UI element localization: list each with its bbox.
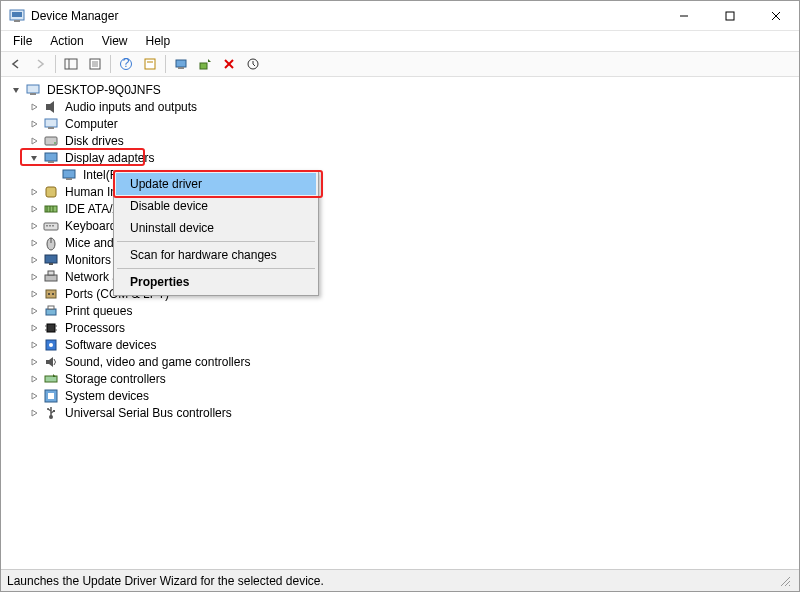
tree-item-label: Storage controllers <box>63 372 168 386</box>
svg-rect-7 <box>65 59 77 69</box>
tree-item[interactable]: Universal Serial Bus controllers <box>5 404 799 421</box>
chevron-right-icon[interactable] <box>27 270 41 284</box>
context-menu-separator <box>117 268 315 269</box>
svg-rect-18 <box>178 67 184 69</box>
svg-rect-45 <box>45 255 57 263</box>
computer-icon <box>25 82 41 98</box>
chevron-right-icon[interactable] <box>27 253 41 267</box>
tree-item-label: Computer <box>63 117 120 131</box>
tree-item[interactable]: Storage controllers <box>5 370 799 387</box>
toolbar: ? <box>1 51 799 77</box>
chevron-right-icon[interactable] <box>27 236 41 250</box>
uninstall-button[interactable] <box>218 53 240 75</box>
tree-root-label: DESKTOP-9Q0JNFS <box>45 83 163 97</box>
menu-file[interactable]: File <box>5 32 40 50</box>
svg-rect-4 <box>726 12 734 20</box>
menu-view[interactable]: View <box>94 32 136 50</box>
tree-item[interactable]: Display adapters <box>5 149 799 166</box>
system-icon <box>43 388 59 404</box>
chevron-right-icon[interactable] <box>27 117 41 131</box>
forward-button[interactable] <box>29 53 51 75</box>
svg-rect-24 <box>30 93 36 95</box>
properties-button[interactable] <box>84 53 106 75</box>
svg-rect-17 <box>176 60 186 67</box>
computer-icon <box>43 116 59 132</box>
chevron-right-icon[interactable] <box>27 355 41 369</box>
context-menu-item[interactable]: Update driver <box>116 173 316 195</box>
svg-text:?: ? <box>123 57 130 70</box>
help-button[interactable]: ? <box>115 53 137 75</box>
svg-point-51 <box>52 293 54 295</box>
context-menu-item[interactable]: Scan for hardware changes <box>116 244 316 266</box>
svg-rect-31 <box>48 161 54 163</box>
printer-icon <box>43 303 59 319</box>
svg-rect-19 <box>200 63 207 69</box>
chevron-right-icon[interactable] <box>27 185 41 199</box>
svg-rect-54 <box>47 324 55 332</box>
svg-rect-46 <box>49 263 53 265</box>
svg-rect-26 <box>45 119 57 127</box>
svg-rect-53 <box>48 306 54 309</box>
chevron-right-icon[interactable] <box>27 304 41 318</box>
tree-item[interactable]: Print queues <box>5 302 799 319</box>
status-text: Launches the Update Driver Wizard for th… <box>7 574 324 588</box>
menu-help[interactable]: Help <box>138 32 179 50</box>
chevron-right-icon[interactable] <box>27 372 41 386</box>
tree-item-label: Sound, video and game controllers <box>63 355 252 369</box>
minimize-button[interactable] <box>661 1 707 31</box>
chevron-right-icon[interactable] <box>27 321 41 335</box>
context-menu-item[interactable]: Disable device <box>116 195 316 217</box>
action-button[interactable] <box>139 53 161 75</box>
chevron-down-icon[interactable] <box>27 151 41 165</box>
svg-point-66 <box>47 408 49 410</box>
show-hide-tree-button[interactable] <box>60 53 82 75</box>
svg-rect-32 <box>63 170 75 178</box>
update-driver-button[interactable] <box>194 53 216 75</box>
svg-rect-33 <box>66 178 72 180</box>
tree-item[interactable]: System devices <box>5 387 799 404</box>
back-button[interactable] <box>5 53 27 75</box>
tree-item-label: Disk drives <box>63 134 126 148</box>
chevron-right-icon[interactable] <box>27 287 41 301</box>
tree-item[interactable]: Software devices <box>5 336 799 353</box>
context-menu-item[interactable]: Properties <box>116 271 316 293</box>
ide-icon <box>43 201 59 217</box>
disable-button[interactable] <box>242 53 264 75</box>
network-icon <box>43 269 59 285</box>
menu-action[interactable]: Action <box>42 32 91 50</box>
toolbar-sep-2 <box>110 55 111 73</box>
tree-item[interactable]: Disk drives <box>5 132 799 149</box>
context-menu-separator <box>117 241 315 242</box>
chevron-down-icon[interactable] <box>9 83 23 97</box>
svg-rect-2 <box>14 20 20 22</box>
resize-grip[interactable] <box>777 573 793 589</box>
svg-rect-34 <box>46 187 56 197</box>
menubar: File Action View Help <box>1 31 799 51</box>
tree-item-label: Processors <box>63 321 127 335</box>
device-tree[interactable]: DESKTOP-9Q0JNFS Audio inputs and outputs… <box>1 77 799 569</box>
scan-button[interactable] <box>170 53 192 75</box>
svg-point-50 <box>48 293 50 295</box>
sound-icon <box>43 354 59 370</box>
chevron-right-icon[interactable] <box>27 100 41 114</box>
chevron-right-icon[interactable] <box>27 406 41 420</box>
statusbar: Launches the Update Driver Wizard for th… <box>1 569 799 591</box>
svg-point-60 <box>49 343 53 347</box>
tree-item[interactable]: Audio inputs and outputs <box>5 98 799 115</box>
monitor-icon <box>43 252 59 268</box>
context-menu-item[interactable]: Uninstall device <box>116 217 316 239</box>
tree-root[interactable]: DESKTOP-9Q0JNFS <box>5 81 799 98</box>
tree-item[interactable]: Sound, video and game controllers <box>5 353 799 370</box>
close-button[interactable] <box>753 1 799 31</box>
maximize-button[interactable] <box>707 1 753 31</box>
tree-item[interactable]: Processors <box>5 319 799 336</box>
tree-item[interactable]: Computer <box>5 115 799 132</box>
chevron-right-icon[interactable] <box>27 338 41 352</box>
chevron-right-icon[interactable] <box>27 202 41 216</box>
svg-rect-27 <box>48 127 54 129</box>
svg-rect-49 <box>46 290 56 298</box>
chevron-right-icon[interactable] <box>27 219 41 233</box>
chevron-right-icon[interactable] <box>27 389 41 403</box>
chevron-right-icon[interactable] <box>27 134 41 148</box>
tree-item-label: Monitors <box>63 253 113 267</box>
